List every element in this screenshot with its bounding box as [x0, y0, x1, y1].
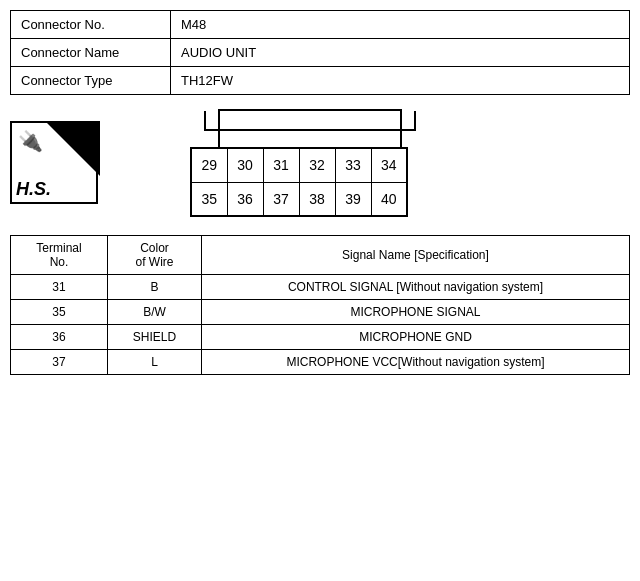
- pin-cell: 31: [263, 148, 299, 182]
- signal-name: MICROPHONE VCC[Without navigation system…: [201, 350, 629, 375]
- info-value: TH12FW: [171, 67, 630, 95]
- signal-name: CONTROL SIGNAL [Without navigation syste…: [201, 275, 629, 300]
- terminal-no: 35: [11, 300, 108, 325]
- hs-label: H.S.: [16, 179, 51, 200]
- signal-table: TerminalNo. Colorof Wire Signal Name [Sp…: [10, 235, 630, 375]
- pin-cell: 33: [335, 148, 371, 182]
- hs-badge: 🔌 H.S.: [10, 121, 100, 206]
- info-value: AUDIO UNIT: [171, 39, 630, 67]
- signal-name: MICROPHONE GND: [201, 325, 629, 350]
- pin-cell: 40: [371, 182, 407, 216]
- info-row: Connector No. M48: [11, 11, 630, 39]
- info-label: Connector No.: [11, 11, 171, 39]
- info-row: Connector Type TH12FW: [11, 67, 630, 95]
- info-label: Connector Type: [11, 67, 171, 95]
- pin-cell: 29: [191, 148, 227, 182]
- pin-cell: 37: [263, 182, 299, 216]
- wire-color: B: [108, 275, 202, 300]
- pin-cell: 38: [299, 182, 335, 216]
- middle-section: 🔌 H.S. 293031323334353637383940: [10, 109, 630, 217]
- bracket-top: [190, 109, 430, 147]
- pin-grid: 293031323334353637383940: [190, 147, 408, 217]
- info-row: Connector Name AUDIO UNIT: [11, 39, 630, 67]
- pin-cell: 34: [371, 148, 407, 182]
- pin-cell: 32: [299, 148, 335, 182]
- bracket-middle-line: [204, 129, 416, 131]
- info-table: Connector No. M48 Connector Name AUDIO U…: [10, 10, 630, 95]
- pin-cell: 35: [191, 182, 227, 216]
- pin-cell: 30: [227, 148, 263, 182]
- info-value: M48: [171, 11, 630, 39]
- signal-row: 31 B CONTROL SIGNAL [Without navigation …: [11, 275, 630, 300]
- wire-color: B/W: [108, 300, 202, 325]
- connector-bracket: 293031323334353637383940: [190, 109, 430, 217]
- pin-cell: 36: [227, 182, 263, 216]
- info-label: Connector Name: [11, 39, 171, 67]
- terminal-no: 31: [11, 275, 108, 300]
- signal-row: 37 L MICROPHONE VCC[Without navigation s…: [11, 350, 630, 375]
- wire-color: L: [108, 350, 202, 375]
- terminal-no: 36: [11, 325, 108, 350]
- pin-cell: 39: [335, 182, 371, 216]
- connector-icon: 🔌: [18, 129, 43, 153]
- terminal-no: 37: [11, 350, 108, 375]
- pin-row-2: 353637383940: [191, 182, 407, 216]
- signal-name: MICROPHONE SIGNAL: [201, 300, 629, 325]
- connector-diagram: 293031323334353637383940: [190, 109, 430, 217]
- pin-row-1: 293031323334: [191, 148, 407, 182]
- wire-color: SHIELD: [108, 325, 202, 350]
- hs-triangle: [45, 121, 100, 176]
- header-color: Colorof Wire: [108, 236, 202, 275]
- signal-row: 36 SHIELD MICROPHONE GND: [11, 325, 630, 350]
- header-signal: Signal Name [Specification]: [201, 236, 629, 275]
- header-terminal: TerminalNo.: [11, 236, 108, 275]
- signal-row: 35 B/W MICROPHONE SIGNAL: [11, 300, 630, 325]
